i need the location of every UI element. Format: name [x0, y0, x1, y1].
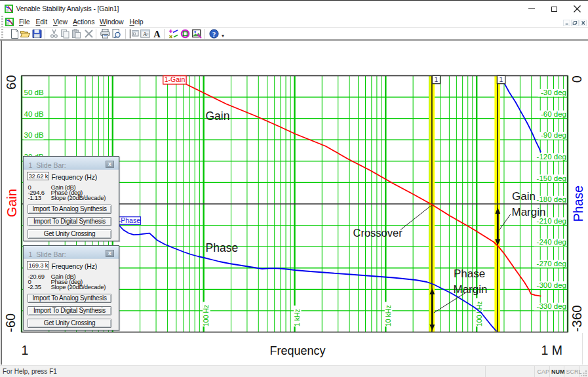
svg-text:Phase: Phase: [571, 186, 585, 222]
svg-text:1: 1: [22, 343, 29, 357]
svg-text:1: 1: [434, 75, 438, 83]
svg-text:-240 deg: -240 deg: [537, 238, 566, 246]
svg-text:Margin: Margin: [454, 283, 488, 296]
svg-text:Phase: Phase: [454, 268, 485, 280]
svg-text:0: 0: [570, 75, 585, 83]
svg-text:1: 1: [500, 75, 503, 83]
svg-text:-120 deg: -120 deg: [537, 153, 566, 161]
svg-text:1 kHz: 1 kHz: [293, 309, 301, 327]
svg-text:10 kHz: 10 kHz: [384, 305, 392, 327]
svg-text:Gain: Gain: [512, 190, 536, 203]
svg-text:-150 deg: -150 deg: [537, 174, 566, 182]
svg-text:-330 deg: -330 deg: [537, 302, 566, 310]
svg-text:Frequency: Frequency: [269, 344, 325, 357]
svg-text:-60: -60: [3, 313, 18, 332]
svg-text:-360: -360: [569, 305, 584, 332]
svg-text:30 dB: 30 dB: [24, 131, 44, 139]
svg-text:Margin: Margin: [512, 206, 546, 218]
svg-text:Gain: Gain: [4, 189, 19, 217]
svg-text:-60 deg: -60 deg: [541, 110, 566, 118]
svg-text:100 Hz: 100 Hz: [202, 305, 210, 327]
svg-text:50 dB: 50 dB: [24, 89, 44, 96]
svg-text:Gain: Gain: [206, 109, 230, 123]
svg-text:-270 deg: -270 deg: [537, 260, 566, 268]
svg-text:A: A: [143, 31, 147, 37]
svg-text:A: A: [153, 29, 161, 39]
svg-text:-90 deg: -90 deg: [541, 131, 566, 139]
svg-text:-180 deg: -180 deg: [537, 195, 566, 203]
svg-text:-210 deg: -210 deg: [537, 217, 566, 225]
svg-text:1 M: 1 M: [541, 343, 562, 357]
svg-text:-300 deg: -300 deg: [537, 281, 566, 289]
svg-text:-30 deg: -30 deg: [541, 89, 566, 96]
svg-text:40 dB: 40 dB: [24, 110, 44, 118]
svg-text:?: ?: [212, 30, 216, 38]
svg-text:Crossover: Crossover: [353, 227, 403, 239]
svg-text:1-Gain: 1-Gain: [165, 75, 186, 83]
svg-text:60: 60: [4, 75, 18, 89]
svg-text:Phase: Phase: [206, 241, 239, 254]
